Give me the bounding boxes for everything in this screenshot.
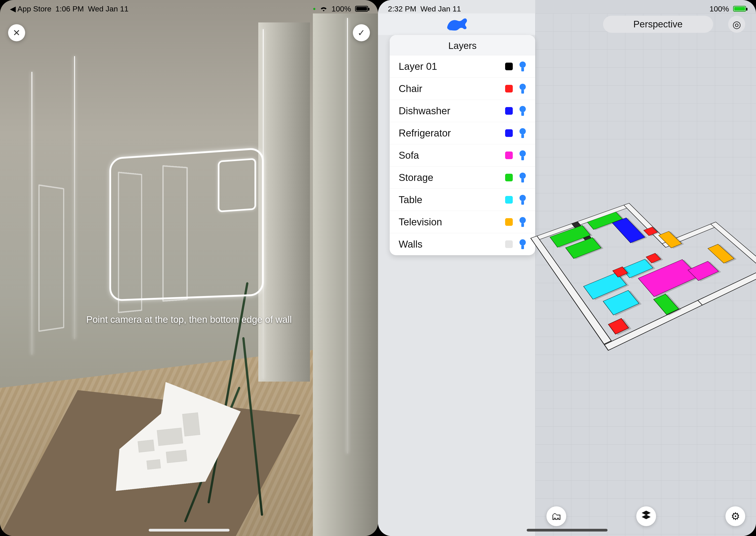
lightbulb-visibility-icon[interactable]	[519, 195, 526, 205]
layer-row[interactable]: Layer 01	[390, 55, 535, 78]
layer-name: Table	[399, 194, 422, 205]
layer-row[interactable]: Dishwasher	[390, 100, 535, 122]
obj-television	[707, 244, 735, 263]
home-indicator[interactable]	[149, 529, 230, 531]
battery-charging-icon	[733, 6, 746, 12]
lightbulb-visibility-icon[interactable]	[519, 106, 526, 116]
layer-color-swatch[interactable]	[505, 240, 513, 248]
status-bar-right: 2:32 PM Wed Jan 11 100%	[378, 3, 756, 15]
layer-row[interactable]: Storage	[390, 166, 535, 188]
layer-name: Chair	[399, 83, 422, 94]
layer-color-swatch[interactable]	[505, 174, 513, 181]
irhino-3d-app: 2:32 PM Wed Jan 11 100% ⓘ Layers Layer 0…	[378, 0, 756, 536]
home-indicator[interactable]	[527, 529, 607, 531]
layer-row[interactable]: Refrigerator	[390, 122, 535, 144]
layer-name: Refrigerator	[399, 127, 451, 139]
lightbulb-visibility-icon[interactable]	[519, 217, 526, 227]
layer-color-swatch[interactable]	[505, 196, 513, 204]
files-button[interactable]: 🗂	[547, 506, 566, 526]
status-time: 2:32 PM	[388, 5, 416, 13]
display-mode-button[interactable]: ◎	[728, 16, 745, 33]
ar-instruction-text: Point camera at the top, then bottom edg…	[0, 314, 378, 325]
check-icon: ✓	[358, 28, 365, 38]
layer-name: Walls	[399, 239, 422, 250]
ar-edge	[347, 18, 348, 453]
wifi-icon	[320, 5, 327, 13]
ar-edge	[31, 72, 32, 355]
layer-row[interactable]: Sofa	[390, 144, 535, 166]
battery-icon	[355, 6, 368, 12]
gear-icon: ⚙	[731, 510, 740, 522]
lightbulb-visibility-icon[interactable]	[519, 84, 526, 94]
ar-edge	[74, 56, 75, 339]
obj-sofa	[638, 259, 700, 297]
layer-name: Sofa	[399, 150, 419, 161]
location-indicator-icon: ●	[313, 6, 316, 12]
display-mode-icon: ◎	[733, 18, 741, 30]
scene-pillar-center	[258, 22, 310, 382]
layer-name: Television	[399, 217, 442, 228]
ar-capture-frame-inset	[218, 158, 256, 212]
rhino-logo-icon: ⓘ	[446, 15, 468, 34]
lightbulb-visibility-icon[interactable]	[519, 151, 526, 160]
obj-chair	[646, 253, 661, 263]
layer-row[interactable]: Television	[390, 211, 535, 233]
layer-row[interactable]: Chair	[390, 78, 535, 100]
status-battery-pct: 100%	[709, 5, 729, 13]
app-header: ⓘ	[378, 14, 535, 35]
layer-name: Layer 01	[399, 61, 437, 72]
obj-table	[603, 290, 639, 315]
status-battery-pct: 100%	[332, 5, 351, 13]
settings-button[interactable]: ⚙	[726, 506, 745, 526]
scene-pillar-right	[313, 14, 378, 536]
status-bar-left: ◀ App Store 1:06 PM Wed Jan 11 ● 100%	[0, 3, 378, 15]
layer-name: Storage	[399, 172, 433, 183]
svg-text:ⓘ: ⓘ	[449, 27, 452, 31]
layers-panel: Layers Layer 01 Chair Dishwasher Refrige…	[390, 35, 535, 255]
back-to-app-label[interactable]: ◀ App Store	[10, 4, 52, 13]
close-icon: ✕	[13, 28, 20, 38]
layer-color-swatch[interactable]	[505, 129, 513, 137]
status-time: 1:06 PM	[55, 5, 84, 13]
confirm-button[interactable]: ✓	[353, 24, 370, 41]
lightbulb-visibility-icon[interactable]	[519, 173, 526, 183]
lightbulb-visibility-icon[interactable]	[519, 128, 526, 138]
lightbulb-visibility-icon[interactable]	[519, 61, 526, 71]
layer-color-swatch[interactable]	[505, 85, 513, 92]
ar-doorway	[38, 184, 64, 332]
status-date: Wed Jan 11	[420, 5, 461, 13]
layer-color-swatch[interactable]	[505, 107, 513, 115]
layer-color-swatch[interactable]	[505, 218, 513, 226]
status-date: Wed Jan 11	[88, 5, 128, 13]
layer-name: Dishwasher	[399, 105, 450, 117]
viewport-mode-selector[interactable]: Perspective	[603, 16, 713, 33]
layers-icon	[641, 510, 652, 523]
roomplan-ar-app: Point camera at the top, then bottom edg…	[0, 0, 378, 536]
close-button[interactable]: ✕	[8, 24, 25, 41]
folder-icon: 🗂	[551, 510, 561, 522]
layer-color-swatch[interactable]	[505, 151, 513, 159]
layer-row[interactable]: Walls	[390, 233, 535, 255]
layers-panel-title: Layers	[390, 35, 535, 55]
obj-chair	[608, 318, 629, 334]
layers-button[interactable]	[636, 506, 656, 526]
layer-row[interactable]: Table	[390, 188, 535, 211]
layer-color-swatch[interactable]	[505, 63, 513, 70]
viewport-mode-label: Perspective	[633, 19, 683, 30]
